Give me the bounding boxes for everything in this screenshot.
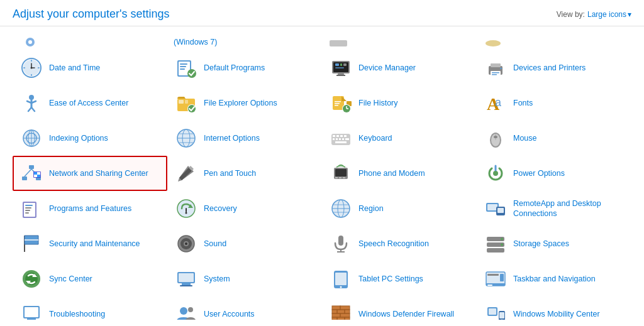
svg-point-79 (494, 136, 497, 138)
phone-icon (330, 162, 352, 185)
svg-rect-165 (499, 312, 504, 318)
svg-rect-68 (340, 135, 343, 137)
item-label-file-explorer: File Explorer Options (204, 98, 277, 108)
item-file-explorer[interactable]: File Explorer Options (167, 85, 322, 121)
svg-rect-92 (335, 177, 338, 178)
printer-icon (484, 57, 507, 79)
items-grid: Date and Time Default Programs (13, 50, 631, 320)
item-date-time[interactable]: Date and Time (13, 50, 167, 85)
item-label-region: Region (358, 204, 384, 214)
main-window: Adjust your computer's settings View by:… (0, 0, 644, 320)
page-title: Adjust your computer's settings (13, 8, 170, 21)
speech-icon (330, 232, 352, 255)
svg-point-120 (185, 242, 187, 245)
item-sound[interactable]: Sound (167, 226, 322, 261)
svg-rect-46 (335, 101, 341, 102)
item-phone-modem[interactable]: Phone and Modem (322, 156, 477, 191)
item-label-date-time: Date and Time (49, 63, 100, 73)
item-label-pen-touch: Pen and Touch (204, 168, 256, 178)
dropdown-arrow-icon: ▾ (628, 10, 631, 19)
partial-item-1: (Windows 7) (167, 31, 322, 49)
partial-item-0 (13, 31, 167, 49)
svg-line-38 (31, 107, 35, 111)
item-sync-center[interactable]: Sync Center (13, 261, 167, 296)
internet-icon (175, 127, 197, 149)
item-label-security-maintenance: Security and Maintenance (49, 239, 140, 249)
partial-item-2 (322, 31, 477, 49)
item-label-taskbar-navigation: Taskbar and Navigation (513, 274, 596, 284)
item-programs-features[interactable]: Programs and Features (13, 191, 167, 226)
item-remoteapp[interactable]: RemoteApp and Desktop Connections (477, 191, 631, 226)
item-security-maintenance[interactable]: Security and Maintenance (13, 226, 167, 261)
programs-icon (20, 197, 43, 220)
svg-point-3 (486, 40, 501, 46)
item-user-accounts[interactable]: User Accounts (167, 296, 322, 320)
svg-rect-100 (25, 210, 30, 211)
svg-line-83 (25, 169, 31, 177)
item-file-history[interactable]: File History (322, 85, 477, 121)
item-label-sound: Sound (204, 239, 226, 249)
keyboard-icon (330, 127, 352, 149)
item-windows-mobility[interactable]: Windows Mobility Center (477, 296, 631, 320)
fonts-icon: A a (484, 92, 507, 114)
remote-icon (484, 197, 507, 220)
item-fonts[interactable]: A a Fonts (477, 85, 631, 121)
svg-rect-70 (333, 138, 335, 140)
view-by-control: View by: Large icons ▾ (557, 10, 631, 19)
view-by-dropdown[interactable]: Large icons ▾ (587, 10, 631, 19)
item-label-fonts: Fonts (513, 98, 533, 108)
item-indexing[interactable]: Indexing Options (13, 121, 167, 156)
item-internet-options[interactable]: Internet Options (167, 121, 322, 156)
item-device-manager[interactable]: Device Manager (322, 50, 477, 85)
users-icon (175, 303, 197, 320)
item-recovery[interactable]: Recovery (167, 191, 322, 226)
item-label-user-accounts: User Accounts (204, 309, 255, 319)
device-manager-icon (330, 57, 352, 79)
item-region[interactable]: Region (322, 191, 477, 226)
svg-rect-67 (336, 135, 339, 137)
svg-rect-48 (335, 105, 338, 106)
item-tablet-pc[interactable]: Tablet PC Settings (322, 261, 477, 296)
svg-rect-139 (335, 273, 347, 285)
folder-icon (175, 92, 197, 114)
svg-rect-16 (180, 66, 186, 67)
svg-rect-89 (37, 175, 40, 177)
item-mouse[interactable]: Mouse (477, 121, 631, 156)
item-speech-recognition[interactable]: Speech Recognition (322, 226, 477, 261)
partial-icon-3 (483, 39, 506, 49)
svg-rect-74 (345, 138, 349, 140)
item-power-options[interactable]: Power Options (477, 156, 631, 191)
item-ease-of-access[interactable]: Ease of Access Center (13, 85, 167, 121)
partial-icon-svg-3 (483, 39, 503, 48)
svg-rect-17 (180, 68, 185, 70)
svg-point-149 (180, 307, 187, 315)
svg-rect-81 (22, 177, 27, 180)
svg-rect-2 (330, 40, 347, 46)
item-label-network-sharing: Network and Sharing Center (49, 168, 148, 178)
item-taskbar-navigation[interactable]: Taskbar and Navigation (477, 261, 631, 296)
svg-rect-66 (333, 135, 335, 137)
firewall-icon (330, 303, 352, 320)
item-troubleshooting[interactable]: Troubleshooting (13, 296, 167, 320)
svg-point-128 (501, 244, 503, 246)
item-storage-spaces[interactable]: Storage Spaces (477, 226, 631, 261)
item-devices-printers[interactable]: Devices and Printers (477, 50, 631, 85)
item-label-internet-options: Internet Options (204, 133, 260, 143)
item-label-storage-spaces: Storage Spaces (513, 239, 569, 249)
partial-label-1: (Windows 7) (174, 38, 217, 46)
item-windows-defender[interactable]: Windows Defender Firewall (322, 296, 477, 320)
item-label-devices-printers: Devices and Printers (513, 63, 586, 73)
sync-icon (20, 268, 43, 290)
pen-icon (175, 162, 197, 185)
item-system[interactable]: System (167, 261, 322, 296)
item-keyboard[interactable]: Keyboard (322, 121, 477, 156)
item-network-sharing[interactable]: Network and Sharing Center (13, 156, 167, 191)
item-pen-touch[interactable]: Pen and Touch (167, 156, 322, 191)
svg-rect-137 (180, 285, 192, 286)
item-default-programs[interactable]: Default Programs (167, 50, 322, 85)
svg-rect-28 (491, 63, 501, 67)
item-label-indexing: Indexing Options (49, 133, 108, 143)
item-label-file-history: File History (358, 98, 398, 108)
svg-rect-47 (335, 103, 340, 104)
item-label-windows-defender: Windows Defender Firewall (358, 309, 454, 319)
